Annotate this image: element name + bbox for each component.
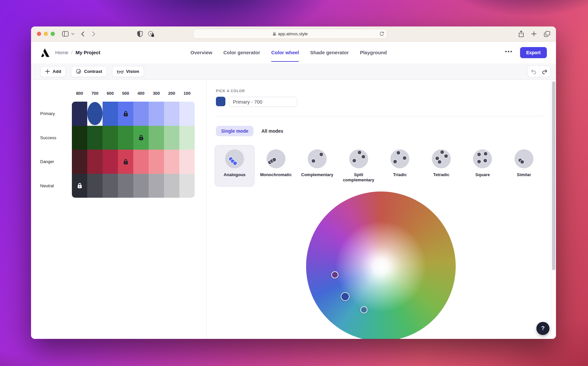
swatch-primary-800[interactable] bbox=[72, 102, 87, 126]
harmony-similar[interactable]: Similar bbox=[504, 145, 544, 187]
harmony-monochromatic[interactable]: Monochromatic bbox=[256, 145, 296, 187]
harmony-wheel-icon bbox=[432, 149, 451, 168]
tab-color-generator[interactable]: Color generator bbox=[223, 42, 260, 63]
swatch-success-100[interactable] bbox=[179, 126, 195, 150]
privacy-lock-icon[interactable] bbox=[147, 30, 155, 38]
column-header-500: 500 bbox=[118, 91, 133, 96]
swatch-primary-400[interactable] bbox=[133, 102, 149, 126]
tab-shade-generator[interactable]: Shade generator bbox=[310, 42, 349, 63]
swatch-primary-600[interactable] bbox=[103, 102, 118, 126]
lock-icon bbox=[122, 158, 129, 165]
scrollbar-track bbox=[551, 80, 556, 339]
harmony-dot bbox=[477, 153, 481, 156]
row-label-success: Success bbox=[40, 126, 56, 150]
swatch-primary-500[interactable] bbox=[118, 102, 133, 126]
more-menu-icon[interactable]: ••• bbox=[505, 50, 513, 55]
swatch-success-200[interactable] bbox=[164, 126, 179, 150]
harmony-complementary[interactable]: Complementary bbox=[297, 145, 337, 187]
harmony-dot bbox=[312, 159, 315, 163]
new-tab-icon[interactable] bbox=[531, 31, 537, 37]
app-header: Home / My Project OverviewColor generato… bbox=[31, 42, 556, 63]
contrast-button[interactable]: Contrast bbox=[71, 66, 107, 77]
swatch-danger-700[interactable] bbox=[87, 150, 103, 174]
swatch-success-800[interactable] bbox=[72, 126, 87, 150]
swatch-danger-100[interactable] bbox=[179, 150, 195, 174]
swatch-neutral-700[interactable] bbox=[87, 174, 103, 198]
undo-button[interactable] bbox=[528, 66, 539, 77]
harmony-triadic[interactable]: Triadic bbox=[380, 145, 420, 187]
tab-color-wheel[interactable]: Color wheel bbox=[271, 42, 299, 63]
harmony-square[interactable]: Square bbox=[463, 145, 502, 187]
shield-icon[interactable] bbox=[137, 31, 143, 37]
swatch-neutral-400[interactable] bbox=[133, 174, 149, 198]
wheel-handle-3[interactable] bbox=[360, 306, 368, 313]
tab-overview[interactable]: Overview bbox=[190, 42, 212, 63]
harmony-label: Complementary bbox=[301, 172, 333, 177]
redo-button[interactable] bbox=[539, 66, 550, 77]
swatch-success-700[interactable] bbox=[87, 126, 103, 150]
swatch-danger-600[interactable] bbox=[103, 150, 118, 174]
single-mode-tab[interactable]: Single mode bbox=[216, 126, 253, 136]
plus-icon bbox=[45, 69, 50, 74]
column-header-100: 100 bbox=[179, 91, 195, 96]
column-header-300: 300 bbox=[149, 91, 164, 96]
vision-button[interactable]: Vision bbox=[112, 66, 144, 77]
share-icon[interactable] bbox=[518, 30, 524, 37]
breadcrumb-home[interactable]: Home bbox=[55, 50, 68, 55]
palette-grid bbox=[72, 102, 195, 198]
reload-icon[interactable] bbox=[380, 31, 384, 37]
scrollbar-thumb[interactable] bbox=[552, 81, 555, 270]
swatch-primary-700[interactable] bbox=[87, 102, 103, 126]
harmony-wheel-icon bbox=[225, 149, 244, 168]
swatch-primary-200[interactable] bbox=[164, 102, 179, 126]
swatch-success-600[interactable] bbox=[103, 126, 118, 150]
swatch-success-400[interactable] bbox=[133, 126, 149, 150]
color-wheel[interactable] bbox=[306, 191, 456, 339]
swatch-neutral-600[interactable] bbox=[103, 174, 118, 198]
swatch-success-300[interactable] bbox=[149, 126, 164, 150]
swatch-neutral-100[interactable] bbox=[179, 174, 195, 198]
swatch-neutral-800[interactable] bbox=[72, 174, 87, 198]
harmony-wheel-icon bbox=[267, 149, 286, 168]
help-button[interactable]: ? bbox=[536, 322, 549, 335]
close-window-button[interactable] bbox=[37, 32, 41, 36]
vision-label: Vision bbox=[126, 69, 139, 74]
add-button[interactable]: Add bbox=[40, 66, 66, 77]
picked-color-input[interactable] bbox=[229, 97, 297, 107]
column-header-400: 400 bbox=[133, 91, 149, 96]
swatch-success-500[interactable] bbox=[118, 126, 133, 150]
back-icon[interactable] bbox=[81, 31, 85, 37]
breadcrumb-project[interactable]: My Project bbox=[75, 50, 100, 55]
atmos-logo[interactable] bbox=[40, 48, 50, 58]
wheel-handle-1[interactable] bbox=[331, 271, 338, 278]
swatch-danger-300[interactable] bbox=[149, 150, 164, 174]
swatch-danger-800[interactable] bbox=[72, 150, 87, 174]
swatch-primary-300[interactable] bbox=[149, 102, 164, 126]
swatch-neutral-300[interactable] bbox=[149, 174, 164, 198]
swatch-neutral-500[interactable] bbox=[118, 174, 133, 198]
chevron-down-icon[interactable] bbox=[71, 33, 74, 35]
all-modes-tab[interactable]: All modes bbox=[261, 128, 283, 134]
harmony-split-complementary[interactable]: Split complementary bbox=[339, 145, 379, 187]
wheel-handle-2[interactable] bbox=[341, 292, 350, 301]
color-wheel-panel: PICK A COLOR Single mode All modes Analo… bbox=[207, 80, 556, 339]
minimize-window-button[interactable] bbox=[44, 32, 48, 36]
sidebar-icon[interactable] bbox=[62, 31, 69, 37]
tab-playground[interactable]: Playground bbox=[360, 42, 387, 63]
harmony-tetradic[interactable]: Tetradic bbox=[421, 145, 461, 187]
column-header-700: 700 bbox=[87, 91, 103, 96]
swatch-danger-500[interactable] bbox=[118, 150, 133, 174]
export-button[interactable]: Export bbox=[520, 47, 547, 58]
swatch-primary-100[interactable] bbox=[179, 102, 195, 126]
pick-a-color-label: PICK A COLOR bbox=[216, 89, 245, 93]
tab-overview-icon[interactable] bbox=[544, 31, 550, 37]
swatch-danger-400[interactable] bbox=[133, 150, 149, 174]
swatch-neutral-200[interactable] bbox=[164, 174, 179, 198]
harmony-analogous[interactable]: Analogous bbox=[215, 145, 254, 187]
url-bar[interactable]: app.atmos.style bbox=[193, 29, 387, 39]
zoom-window-button[interactable] bbox=[51, 32, 55, 36]
forward-icon[interactable] bbox=[92, 31, 95, 37]
browser-chrome: app.atmos.style bbox=[31, 26, 556, 42]
picked-color-swatch[interactable] bbox=[216, 97, 225, 106]
swatch-danger-200[interactable] bbox=[164, 150, 179, 174]
